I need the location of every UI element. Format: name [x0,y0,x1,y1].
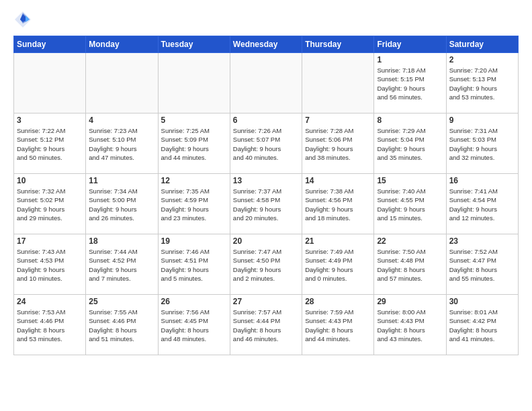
calendar-cell: 13Sunrise: 7:37 AM Sunset: 4:58 PM Dayli… [230,174,302,234]
day-number: 15 [377,176,443,185]
day-info: Sunrise: 8:00 AM Sunset: 4:43 PM Dayligh… [377,308,443,343]
calendar-cell: 5Sunrise: 7:25 AM Sunset: 5:09 PM Daylig… [158,113,230,174]
day-info: Sunrise: 7:46 AM Sunset: 4:51 PM Dayligh… [161,247,227,283]
day-number: 2 [449,55,515,64]
day-info: Sunrise: 7:49 AM Sunset: 4:49 PM Dayligh… [305,247,371,283]
day-info: Sunrise: 7:22 AM Sunset: 5:12 PM Dayligh… [17,126,83,162]
day-info: Sunrise: 7:28 AM Sunset: 5:06 PM Dayligh… [305,126,371,162]
weekday-header-sunday: Sunday [14,36,86,53]
day-info: Sunrise: 7:50 AM Sunset: 4:48 PM Dayligh… [377,247,443,283]
calendar-cell: 14Sunrise: 7:38 AM Sunset: 4:56 PM Dayli… [302,174,374,234]
day-info: Sunrise: 7:53 AM Sunset: 4:46 PM Dayligh… [17,308,83,343]
week-row-1: 1Sunrise: 7:18 AM Sunset: 5:15 PM Daylig… [14,53,519,113]
calendar-cell: 15Sunrise: 7:40 AM Sunset: 4:55 PM Dayli… [374,174,446,234]
calendar-cell: 10Sunrise: 7:32 AM Sunset: 5:02 PM Dayli… [14,174,86,234]
day-number: 16 [449,176,515,185]
week-row-5: 24Sunrise: 7:53 AM Sunset: 4:46 PM Dayli… [14,295,519,355]
calendar-cell: 7Sunrise: 7:28 AM Sunset: 5:06 PM Daylig… [302,113,374,174]
calendar-cell: 19Sunrise: 7:46 AM Sunset: 4:51 PM Dayli… [158,234,230,295]
day-number: 21 [305,236,371,246]
day-number: 10 [17,176,83,185]
calendar-cell: 20Sunrise: 7:47 AM Sunset: 4:50 PM Dayli… [230,234,302,295]
day-info: Sunrise: 7:34 AM Sunset: 5:00 PM Dayligh… [89,187,154,222]
calendar-cell: 4Sunrise: 7:23 AM Sunset: 5:10 PM Daylig… [86,113,158,174]
calendar-cell: 30Sunrise: 8:01 AM Sunset: 4:42 PM Dayli… [446,295,518,355]
day-number: 4 [89,116,154,125]
weekday-header-saturday: Saturday [446,36,518,53]
calendar-cell: 25Sunrise: 7:55 AM Sunset: 4:46 PM Dayli… [86,295,158,355]
day-number: 26 [161,297,227,306]
calendar-cell [86,53,158,113]
calendar: SundayMondayTuesdayWednesdayThursdayFrid… [13,36,519,355]
day-number: 24 [17,297,83,306]
day-info: Sunrise: 7:44 AM Sunset: 4:52 PM Dayligh… [89,247,154,283]
calendar-cell [14,53,86,113]
calendar-cell: 29Sunrise: 8:00 AM Sunset: 4:43 PM Dayli… [374,295,446,355]
day-info: Sunrise: 7:31 AM Sunset: 5:03 PM Dayligh… [449,126,515,162]
day-info: Sunrise: 7:59 AM Sunset: 4:43 PM Dayligh… [305,308,371,343]
week-row-3: 10Sunrise: 7:32 AM Sunset: 5:02 PM Dayli… [14,174,519,234]
day-info: Sunrise: 7:20 AM Sunset: 5:13 PM Dayligh… [449,66,515,101]
calendar-cell: 6Sunrise: 7:26 AM Sunset: 5:07 PM Daylig… [230,113,302,174]
calendar-cell: 9Sunrise: 7:31 AM Sunset: 5:03 PM Daylig… [446,113,518,174]
calendar-cell: 18Sunrise: 7:44 AM Sunset: 4:52 PM Dayli… [86,234,158,295]
day-info: Sunrise: 7:25 AM Sunset: 5:09 PM Dayligh… [161,126,227,162]
day-info: Sunrise: 7:47 AM Sunset: 4:50 PM Dayligh… [233,247,299,283]
day-info: Sunrise: 7:35 AM Sunset: 4:59 PM Dayligh… [161,187,227,222]
day-info: Sunrise: 7:37 AM Sunset: 4:58 PM Dayligh… [233,187,299,222]
day-number: 30 [449,297,515,306]
week-row-2: 3Sunrise: 7:22 AM Sunset: 5:12 PM Daylig… [14,113,519,174]
calendar-cell: 3Sunrise: 7:22 AM Sunset: 5:12 PM Daylig… [14,113,86,174]
week-row-4: 17Sunrise: 7:43 AM Sunset: 4:53 PM Dayli… [14,234,519,295]
calendar-cell: 12Sunrise: 7:35 AM Sunset: 4:59 PM Dayli… [158,174,230,234]
day-number: 19 [161,236,227,246]
calendar-cell: 27Sunrise: 7:57 AM Sunset: 4:44 PM Dayli… [230,295,302,355]
day-info: Sunrise: 7:18 AM Sunset: 5:15 PM Dayligh… [377,66,443,101]
day-number: 11 [89,176,154,185]
day-number: 7 [305,116,371,125]
calendar-cell: 21Sunrise: 7:49 AM Sunset: 4:49 PM Dayli… [302,234,374,295]
day-number: 25 [89,297,154,306]
day-number: 27 [233,297,299,306]
logo [13,10,35,29]
calendar-cell: 26Sunrise: 7:56 AM Sunset: 4:45 PM Dayli… [158,295,230,355]
calendar-cell: 28Sunrise: 7:59 AM Sunset: 4:43 PM Dayli… [302,295,374,355]
calendar-cell: 1Sunrise: 7:18 AM Sunset: 5:15 PM Daylig… [374,53,446,113]
day-info: Sunrise: 7:52 AM Sunset: 4:47 PM Dayligh… [449,247,515,283]
calendar-cell [302,53,374,113]
day-number: 1 [377,55,443,64]
day-info: Sunrise: 7:43 AM Sunset: 4:53 PM Dayligh… [17,247,83,283]
day-number: 23 [449,236,515,246]
calendar-cell: 23Sunrise: 7:52 AM Sunset: 4:47 PM Dayli… [446,234,518,295]
day-number: 28 [305,297,371,306]
day-info: Sunrise: 7:57 AM Sunset: 4:44 PM Dayligh… [233,308,299,343]
calendar-cell: 24Sunrise: 7:53 AM Sunset: 4:46 PM Dayli… [14,295,86,355]
weekday-header-monday: Monday [86,36,158,53]
day-info: Sunrise: 8:01 AM Sunset: 4:42 PM Dayligh… [449,308,515,343]
day-info: Sunrise: 7:40 AM Sunset: 4:55 PM Dayligh… [377,187,443,222]
day-number: 6 [233,116,299,125]
weekday-header-friday: Friday [374,36,446,53]
day-info: Sunrise: 7:32 AM Sunset: 5:02 PM Dayligh… [17,187,83,222]
day-info: Sunrise: 7:38 AM Sunset: 4:56 PM Dayligh… [305,187,371,222]
calendar-cell [230,53,302,113]
day-number: 8 [377,116,443,125]
day-info: Sunrise: 7:41 AM Sunset: 4:54 PM Dayligh… [449,187,515,222]
day-number: 17 [17,236,83,246]
day-number: 22 [377,236,443,246]
logo-icon [13,10,32,29]
day-number: 14 [305,176,371,185]
page: SundayMondayTuesdayWednesdayThursdayFrid… [0,0,532,369]
day-info: Sunrise: 7:26 AM Sunset: 5:07 PM Dayligh… [233,126,299,162]
calendar-cell: 16Sunrise: 7:41 AM Sunset: 4:54 PM Dayli… [446,174,518,234]
weekday-header-tuesday: Tuesday [158,36,230,53]
calendar-cell [158,53,230,113]
day-number: 20 [233,236,299,246]
day-info: Sunrise: 7:55 AM Sunset: 4:46 PM Dayligh… [89,308,154,343]
weekday-header-thursday: Thursday [302,36,374,53]
calendar-cell: 17Sunrise: 7:43 AM Sunset: 4:53 PM Dayli… [14,234,86,295]
day-number: 12 [161,176,227,185]
day-info: Sunrise: 7:56 AM Sunset: 4:45 PM Dayligh… [161,308,227,343]
day-number: 5 [161,116,227,125]
weekday-header-wednesday: Wednesday [230,36,302,53]
